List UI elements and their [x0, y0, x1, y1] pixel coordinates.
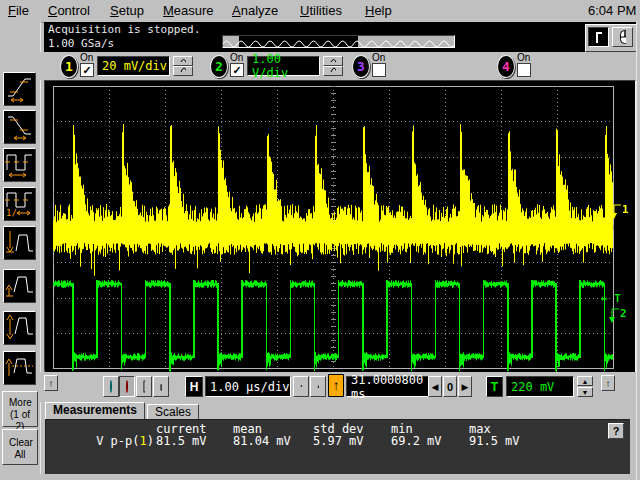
timebase-zoom-out-button[interactable]	[293, 376, 309, 397]
channel-1-badge[interactable]: 1	[60, 55, 78, 78]
channel-1-on-checkbox[interactable]: ✓	[80, 63, 94, 77]
measure-v-min-button[interactable]	[3, 226, 36, 260]
stop-icon	[126, 380, 128, 393]
channel-2-scale-field[interactable]: 1.00 V/div	[247, 56, 320, 76]
horizontal-position-field[interactable]: 31.0000800 ms	[346, 376, 430, 397]
trigger-level-down-button[interactable]: ▼	[577, 387, 593, 397]
measurements-tab-label: Measurements	[53, 403, 137, 417]
help-icon: ?	[613, 425, 620, 437]
measure-v-avg-button[interactable]	[3, 351, 36, 385]
measure-fall-time-button[interactable]	[3, 110, 36, 144]
position-right-button[interactable]: ▶	[458, 376, 472, 397]
channel-2-number: 2	[215, 59, 223, 74]
trigger-position-icon: ↑	[333, 378, 340, 393]
menu-analyze[interactable]: Analyze	[232, 3, 278, 18]
measure-v-pp-button[interactable]	[3, 311, 36, 345]
channel-1-scale-spinner	[173, 56, 193, 76]
channel-3-badge[interactable]: 3	[352, 55, 370, 78]
oscilloscope-screen: File Control Setup Measure Analyze Utili…	[0, 0, 640, 480]
scales-tab-label: Scales	[155, 405, 191, 419]
channel-2-on-label: On	[230, 52, 243, 63]
channel-4-badge[interactable]: 4	[497, 55, 515, 78]
pulse-icon	[595, 30, 602, 44]
channel-3-number: 3	[357, 59, 365, 74]
trigger-setup-button[interactable]: T	[486, 376, 503, 397]
trigger-button-label: T	[491, 380, 498, 394]
menu-bar: File Control Setup Measure Analyze Utili…	[0, 0, 640, 23]
left-arrow-icon: ←	[601, 292, 608, 305]
menu-control[interactable]: Control	[48, 3, 90, 18]
horizontal-trigger-row: ↑ H 1.00 µs/div ↑ 31.00	[40, 372, 636, 402]
position-zero-button[interactable]: 0	[443, 376, 457, 397]
trigger-level-marker[interactable]: ← T	[601, 292, 621, 305]
acquisition-status: Acquisition is stopped.	[48, 23, 200, 36]
channel-2-scale-up-button[interactable]	[323, 56, 343, 66]
print-button[interactable]	[153, 376, 169, 397]
status-button-group	[585, 24, 637, 52]
tab-scales[interactable]: Scales	[147, 404, 199, 420]
help-button[interactable]: ?	[608, 423, 624, 439]
compressed-sine-icon	[300, 382, 302, 392]
menu-file[interactable]: File	[8, 3, 29, 18]
position-left-button[interactable]: ◀	[428, 376, 442, 397]
pulse-display-button[interactable]	[588, 27, 609, 47]
trigger-position-button[interactable]: ↑	[328, 374, 344, 397]
v-min-icon	[4, 227, 35, 257]
up-triangle-icon: ▲	[582, 378, 589, 385]
v-pp-icon	[4, 312, 35, 342]
menu-setup[interactable]: Setup	[110, 3, 144, 18]
channel-2-badge[interactable]: 2	[210, 55, 228, 78]
channel-2-scale-down-button[interactable]	[323, 66, 343, 76]
channel-1-scale-field[interactable]: 20 mV/div	[97, 56, 170, 76]
acquisition-memory-bar[interactable]	[222, 35, 455, 48]
measure-v-base-button[interactable]	[3, 269, 36, 303]
measure-rise-time-button[interactable]	[3, 72, 36, 106]
more-measurements-button[interactable]: More (1 of 2)	[2, 391, 38, 427]
menu-measure[interactable]: Measure	[163, 3, 214, 18]
measurement-min-value: 69.2 mV	[391, 434, 442, 448]
zero-button-label: 0	[447, 381, 453, 393]
channel-1-ground-marker[interactable]: 1	[609, 203, 629, 220]
channel-2-marker-label: 2	[620, 307, 627, 320]
timebase-field[interactable]: 1.00 µs/div	[205, 376, 291, 397]
stop-button[interactable]	[119, 376, 135, 397]
channel-setup-row: 1 On ✓ 20 mV/div 2 On ✓ 1.00 V/div 3 On	[40, 52, 636, 80]
channel-2-ground-marker[interactable]: 2	[607, 307, 627, 324]
mouse-settings-button[interactable]	[612, 27, 633, 47]
memory-bar-wave-path	[223, 41, 454, 47]
measure-period-button[interactable]	[3, 148, 36, 182]
hook-down-arrow-icon	[607, 307, 620, 324]
horizontal-setup-button[interactable]: H	[185, 376, 203, 397]
trigger-level-field[interactable]: 220 mV	[506, 376, 574, 397]
channel-1-scale-down-button[interactable]	[173, 66, 193, 76]
measurement-name: V p-p(	[96, 434, 139, 448]
channel-4-on-checkbox[interactable]	[517, 63, 531, 77]
measurement-current-value: 81.5 mV	[156, 434, 207, 448]
waveform-canvas[interactable]	[45, 81, 635, 373]
measurement-name-suffix: )	[147, 434, 154, 448]
menu-help[interactable]: Help	[365, 3, 392, 18]
channel-2-on-checkbox[interactable]: ✓	[230, 63, 244, 77]
channel-3-on-checkbox[interactable]	[372, 63, 386, 77]
annotate-button[interactable]	[136, 376, 152, 397]
measure-frequency-button[interactable]: 1/	[3, 187, 36, 221]
trigger-level-spinner: ▲ ▼	[577, 376, 593, 397]
measure-sidebar: 1/	[0, 22, 41, 480]
timebase-zoom-in-button[interactable]	[310, 376, 326, 397]
menu-utilities[interactable]: Utilities	[300, 3, 342, 18]
right-triangle-icon: ▶	[462, 382, 469, 392]
run-button[interactable]	[103, 376, 119, 397]
waveform-display-panel: 1 ← T 2	[44, 80, 636, 372]
channel-1-scale-up-button[interactable]	[173, 56, 193, 66]
channel-1-number: 1	[65, 59, 73, 74]
right-expand-button[interactable]: ↑	[601, 375, 615, 391]
wide-sine-icon	[317, 382, 319, 392]
bottom-strip	[40, 474, 636, 480]
left-expand-button[interactable]: ↑	[44, 375, 58, 391]
run-icon	[110, 380, 112, 393]
measurement-std-dev-value: 5.97 mV	[313, 434, 364, 448]
trigger-level-up-button[interactable]: ▲	[577, 376, 593, 386]
tab-measurements[interactable]: Measurements	[45, 402, 145, 420]
clear-all-button[interactable]: Clear All	[2, 429, 38, 465]
channel-2-scale-spinner	[323, 56, 343, 76]
